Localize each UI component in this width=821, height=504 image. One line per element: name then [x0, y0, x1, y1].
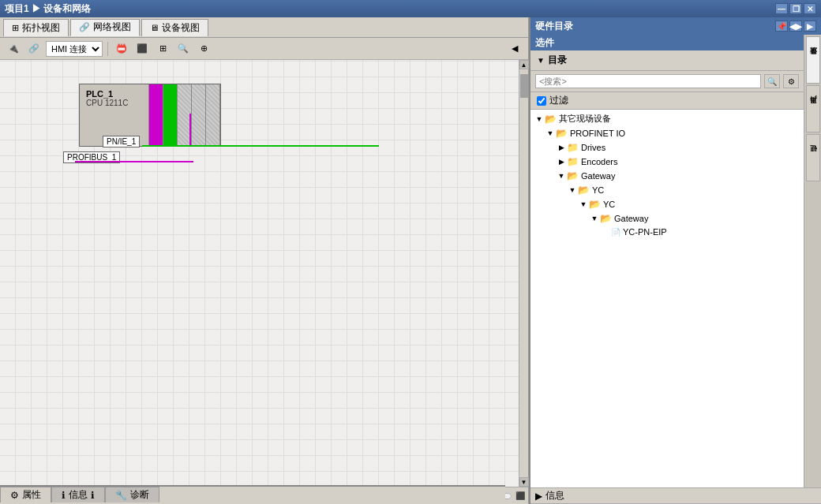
- expand-icon-encoders[interactable]: ▶: [556, 158, 567, 166]
- tab-topology[interactable]: ⊞ 拓扑视图: [3, 19, 69, 36]
- right-panel-title: 硬件目录 📌 ◀▶ ▶: [530, 17, 821, 35]
- canvas-scroll: PLC_1 CPU 1211C: [0, 60, 519, 487]
- tree-item-profinet_io[interactable]: ▼📂PROFINET IO: [530, 126, 804, 140]
- tree-item-yc_pn_eip[interactable]: 📄YC-PN-EIP: [530, 226, 804, 238]
- title-text: 项目1 ▶ 设备和网络: [5, 2, 91, 16]
- item-icon-yc_pn_eip: 📄: [611, 228, 620, 237]
- bottom-section: ▶ 信息: [530, 487, 821, 504]
- collapse-btn[interactable]: ◀: [506, 41, 523, 57]
- canvas-area[interactable]: PLC_1 CPU 1211C: [0, 60, 519, 487]
- expand-icon-gateway2[interactable]: ▼: [589, 215, 600, 222]
- search-input[interactable]: [535, 74, 761, 88]
- plc-slot-green: [163, 84, 178, 146]
- tab-device-label: 设备视图: [162, 21, 200, 35]
- expand-icon-other_field[interactable]: ▼: [534, 115, 545, 123]
- scroll-thumb[interactable]: [520, 74, 528, 98]
- pb-connector-vertical: [189, 114, 191, 145]
- side-tab-hardware[interactable]: 硬钮: [806, 134, 820, 181]
- tree-label-other_field: 其它现场设备: [559, 113, 611, 125]
- highlight-btn[interactable]: ⬛: [133, 41, 151, 57]
- title-bar-left: 项目1 ▶ 设备和网络: [5, 2, 91, 16]
- plc-box: PLC_1 CPU 1211C: [79, 84, 221, 147]
- tree-item-drives[interactable]: ▶📁Drives: [530, 140, 804, 155]
- rp-pin-btn[interactable]: 📌: [775, 21, 788, 32]
- info-row: ▶ 信息: [530, 488, 821, 504]
- properties-label: 属性: [22, 488, 41, 502]
- tree-label-gateway2: Gateway: [614, 214, 648, 223]
- tree-item-yc2[interactable]: ▼📂YC: [530, 197, 804, 211]
- topology-icon: ⊞: [12, 23, 19, 33]
- zoom-fit-btn[interactable]: ⊕: [195, 41, 212, 57]
- pn-label[interactable]: PN/IE_1: [103, 136, 140, 147]
- search-btn2[interactable]: ⚙: [783, 74, 799, 88]
- item-icon-other_field: 📂: [545, 114, 557, 125]
- tab-topology-label: 拓扑视图: [22, 21, 60, 35]
- dir-collapse-icon[interactable]: ▼: [537, 56, 545, 65]
- tab-diagnostics[interactable]: 🔧 诊断: [105, 487, 159, 502]
- connect-btn[interactable]: 🔗: [25, 41, 43, 57]
- plc-slot-3: [206, 84, 220, 146]
- tree-item-gateway2[interactable]: ▼📂Gateway: [530, 211, 804, 226]
- side-tab-measure[interactable]: 测量目录: [806, 36, 820, 84]
- tree-item-gateway[interactable]: ▼📂Gateway: [530, 169, 804, 183]
- plc-device[interactable]: PLC_1 CPU 1211C: [79, 84, 221, 147]
- tree-item-yc1[interactable]: ▼📂YC: [530, 183, 804, 197]
- side-tab-user[interactable]: 用户工具: [806, 85, 820, 133]
- zoom-btn[interactable]: 🔍: [174, 41, 192, 57]
- item-icon-drives: 📁: [567, 142, 579, 153]
- tab-bar: ⊞ 拓扑视图 🔗 网络视图 🖥 设备视图: [0, 17, 528, 38]
- info-label: 信息: [545, 489, 564, 502]
- search-bar: 🔍 ⚙: [530, 71, 804, 92]
- close-button[interactable]: ✕: [804, 3, 816, 14]
- tab-info[interactable]: ℹ 信息 ℹ: [51, 487, 105, 502]
- side-tabs: 测量目录 用户工具 硬钮: [804, 35, 821, 487]
- expand-icon-yc1[interactable]: ▼: [567, 186, 578, 194]
- v-scrollbar[interactable]: ▲ ▼: [519, 60, 528, 487]
- item-icon-yc2: 📂: [589, 199, 601, 210]
- maximize-canvas-btn[interactable]: ⬛: [515, 491, 525, 500]
- tree-item-other_field[interactable]: ▼📂其它现场设备: [530, 111, 804, 126]
- info-badge: ℹ: [91, 490, 95, 501]
- scroll-down-btn[interactable]: ▼: [519, 477, 529, 487]
- properties-icon: ⚙: [10, 490, 19, 501]
- info-tab-label: 信息: [69, 488, 88, 502]
- scroll-up-btn[interactable]: ▲: [519, 60, 529, 69]
- diagnostics-label: 诊断: [130, 488, 149, 502]
- search-btn1[interactable]: 🔍: [764, 74, 780, 88]
- filter-bar: 过滤: [530, 92, 804, 110]
- network-btn[interactable]: 🔌: [5, 41, 22, 57]
- hmi-select[interactable]: HMI 连接: [46, 41, 103, 57]
- expand-icon-gateway[interactable]: ▼: [556, 172, 567, 180]
- hardware-catalog-title: 硬件目录: [535, 20, 573, 33]
- tree-container[interactable]: ▼📂其它现场设备▼📂PROFINET IO▶📁Drives▶📁Encoders▼…: [530, 110, 804, 487]
- tree-label-yc_pn_eip: YC-PN-EIP: [623, 227, 667, 237]
- tab-network-label: 网络视图: [93, 21, 131, 34]
- filter-label: 过滤: [549, 94, 568, 107]
- tree-label-yc2: YC: [603, 200, 615, 209]
- grid-btn[interactable]: ⊞: [154, 41, 171, 57]
- minimize-button[interactable]: —: [775, 3, 788, 14]
- expand-icon-yc2[interactable]: ▼: [578, 200, 589, 208]
- pn-network-line: [142, 145, 379, 147]
- expand-icon-profinet_io[interactable]: ▼: [545, 129, 556, 137]
- plc-slot-2: [192, 84, 206, 146]
- name-btn[interactable]: 📛: [113, 41, 130, 57]
- network-icon: 🔗: [79, 22, 90, 32]
- tree-item-encoders[interactable]: ▶📁Encoders: [530, 155, 804, 169]
- filter-checkbox[interactable]: [537, 96, 546, 106]
- rp-expand-btn[interactable]: ◀▶: [789, 21, 802, 32]
- diagnostics-icon: 🔧: [115, 490, 127, 501]
- left-panel: ⊞ 拓扑视图 🔗 网络视图 🖥 设备视图 🔌 🔗 HMI 连接 📛 ⬛ ⊞ �: [0, 17, 529, 504]
- expand-icon-drives[interactable]: ▶: [556, 144, 567, 151]
- plc-slot-magenta: [149, 84, 163, 146]
- restore-button[interactable]: ❐: [789, 3, 802, 14]
- item-icon-encoders: 📁: [567, 156, 579, 167]
- title-bar: 项目1 ▶ 设备和网络 — ❐ ✕: [0, 0, 821, 17]
- plc-slots: [149, 84, 220, 146]
- sep1: [107, 42, 108, 56]
- tree-label-drives: Drives: [581, 143, 605, 152]
- tab-device[interactable]: 🖥 设备视图: [141, 19, 208, 36]
- tab-properties[interactable]: ⚙ 属性: [0, 487, 51, 502]
- rp-menu-btn[interactable]: ▶: [804, 21, 816, 32]
- tab-network[interactable]: 🔗 网络视图: [70, 19, 140, 36]
